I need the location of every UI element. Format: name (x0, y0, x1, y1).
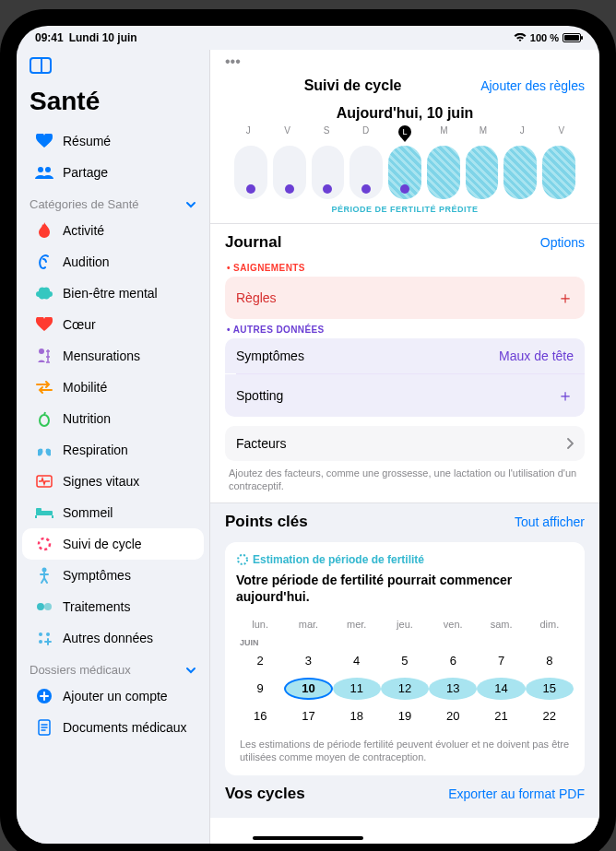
cal-cell[interactable]: 5 (381, 647, 429, 675)
cal-cell[interactable]: 18 (333, 703, 381, 730)
cal-cell[interactable]: 17 (284, 703, 332, 730)
document-icon (35, 718, 53, 737)
chevron-down-icon (185, 665, 196, 676)
sidebar-item-add-account[interactable]: Ajouter un compte (22, 680, 204, 712)
sidebar-label: Signes vitaux (63, 474, 139, 489)
cal-cell[interactable]: 11 (333, 675, 381, 703)
cycle-day-pill[interactable] (349, 146, 383, 199)
sidebar-section-categories[interactable]: Catégories de Santé (17, 188, 209, 215)
row-facteurs[interactable]: Facteurs (225, 426, 585, 461)
cal-cell[interactable]: 9 (236, 675, 284, 703)
cycle-pills[interactable] (225, 138, 585, 201)
cal-cell[interactable]: 21 (477, 703, 525, 730)
sidebar-item-person[interactable]: Symptômes (22, 560, 204, 591)
facteurs-hint: Ajoutez des facteurs, comme une grossess… (225, 461, 585, 493)
flame-icon (35, 221, 53, 240)
plus-icon: ＋ (557, 384, 574, 407)
cal-cell[interactable]: 8 (526, 647, 574, 675)
sidebar-item-arrows[interactable]: Mobilité (22, 372, 204, 403)
person-icon (35, 566, 53, 585)
wifi-icon (514, 33, 527, 42)
cal-cell[interactable]: 3 (284, 647, 332, 675)
sidebar-label: Partage (63, 165, 108, 180)
cycle-day-pill[interactable] (466, 146, 499, 199)
page-title: Suivi de cycle (304, 77, 402, 94)
cal-weekday: sam. (477, 614, 525, 634)
sidebar-label: Symptômes (63, 568, 131, 583)
plus-grid-icon (35, 629, 53, 647)
week-header: JVSDLMMJV (225, 124, 585, 138)
cal-cell[interactable]: 22 (526, 703, 574, 730)
today-label: Aujourd'hui, 10 juin (225, 98, 585, 124)
sidebar-item-bed[interactable]: Sommeil (22, 497, 204, 528)
sidebar-item-heart[interactable]: Cœur (22, 309, 204, 340)
cycle-day-pill[interactable] (234, 146, 267, 199)
app-title: Santé (17, 81, 209, 125)
svg-point-0 (38, 167, 43, 172)
home-indicator[interactable] (253, 836, 363, 840)
cal-cell[interactable]: 7 (477, 647, 525, 675)
cycle-day-pill[interactable] (503, 146, 537, 199)
sidebar-item-ruler[interactable]: Mensurations (22, 340, 204, 372)
sidebar-item-resume[interactable]: Résumé (22, 125, 204, 157)
sidebar-item-pills[interactable]: Traitements (22, 591, 204, 622)
cal-cell[interactable]: 20 (429, 703, 477, 730)
cycle-day-pill[interactable] (427, 146, 460, 199)
fertility-disclaimer: Les estimations de période fertilité peu… (236, 730, 574, 764)
ear-icon (35, 253, 53, 271)
weekday-label: V (267, 125, 306, 138)
sidebar-item-brain[interactable]: Bien-être mental (22, 278, 204, 309)
main-content: ••• Suivi de cycle Ajouter des règles Au… (210, 50, 599, 844)
cal-cell[interactable]: 4 (333, 647, 381, 675)
insight-text: Votre période de fertilité pourrait comm… (236, 566, 574, 614)
cycle-day-pill[interactable] (273, 146, 306, 199)
sidebar-item-lungs[interactable]: Respiration (22, 434, 204, 466)
show-all-button[interactable]: Tout afficher (515, 514, 585, 529)
symptom-value: Maux de tête (499, 349, 574, 363)
arrows-icon (35, 378, 53, 396)
cycle-day-pill[interactable] (388, 146, 421, 199)
cal-weekday: mer. (333, 614, 381, 634)
sidebar-item-plus-grid[interactable]: Autres données (22, 622, 204, 654)
cycle-day-pill[interactable] (542, 146, 575, 199)
weekday-label: J (229, 125, 267, 138)
sidebar-item-flame[interactable]: Activité (22, 215, 204, 246)
row-symptomes[interactable]: Symptômes Maux de tête (225, 338, 585, 373)
journal-options[interactable]: Options (540, 235, 585, 250)
heart-icon (35, 315, 53, 334)
sidebar-label: Activité (63, 223, 104, 238)
cal-cell[interactable]: 19 (381, 703, 429, 730)
cal-cell[interactable]: 10 (284, 675, 332, 703)
row-regles[interactable]: Règles ＋ (225, 277, 585, 319)
sidebar-item-vitals[interactable]: Signes vitaux (22, 466, 204, 497)
heart-icon (35, 132, 53, 150)
row-spotting[interactable]: Spotting ＋ (225, 374, 585, 417)
cal-weekday: lun. (236, 614, 284, 634)
cal-cell[interactable]: 6 (429, 647, 477, 675)
cal-weekday: mar. (284, 614, 332, 634)
weekday-label: S (307, 125, 346, 138)
cal-cell[interactable]: 15 (526, 675, 574, 703)
cal-cell[interactable]: 13 (429, 675, 477, 703)
sidebar-item-partage[interactable]: Partage (22, 157, 204, 188)
cal-cell[interactable]: 2 (236, 647, 284, 675)
sidebar-item-cycle[interactable]: Suivi de cycle (22, 528, 204, 560)
more-icon[interactable]: ••• (225, 52, 585, 72)
plus-circle-icon (35, 687, 53, 705)
sidebar-item-apple[interactable]: Nutrition (22, 403, 204, 434)
sidebar-item-documents[interactable]: Documents médicaux (22, 712, 204, 743)
cycle-day-pill[interactable] (312, 146, 345, 199)
svg-point-1 (45, 167, 51, 172)
sidebar-label: Documents médicaux (63, 720, 187, 735)
cal-cell[interactable]: 16 (236, 703, 284, 730)
sidebar-label: Bien-être mental (63, 286, 158, 301)
sidebar-section-dossiers[interactable]: Dossiers médicaux (17, 654, 209, 680)
cal-cell[interactable]: 12 (381, 675, 429, 703)
sidebar-item-ear[interactable]: Audition (22, 246, 204, 278)
add-period-button[interactable]: Ajouter des règles (480, 78, 585, 93)
cal-cell[interactable]: 14 (477, 675, 525, 703)
library-icon[interactable] (30, 57, 52, 74)
fertility-insight-card[interactable]: Estimation de période de fertilité Votre… (225, 542, 585, 775)
export-pdf-button[interactable]: Exporter au format PDF (448, 786, 585, 801)
people-icon (35, 163, 53, 182)
